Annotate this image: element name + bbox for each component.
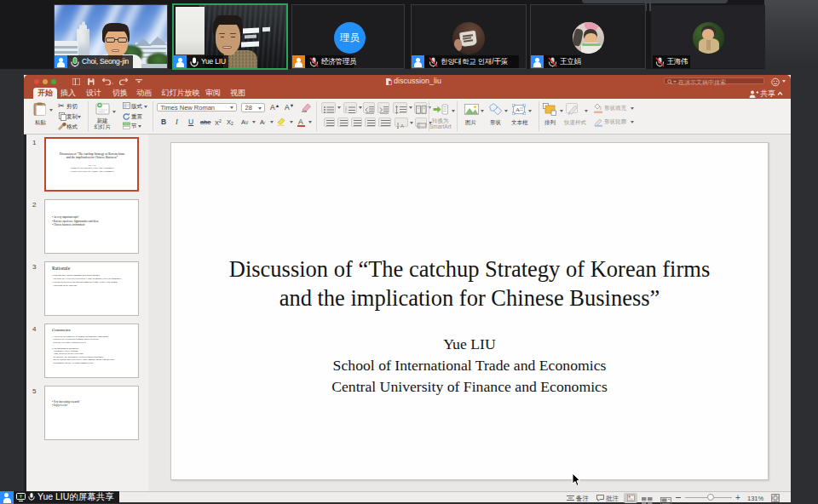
svg-text:A: A <box>400 123 404 129</box>
svg-text:2: 2 <box>345 109 347 112</box>
svg-text:A: A <box>516 106 520 112</box>
